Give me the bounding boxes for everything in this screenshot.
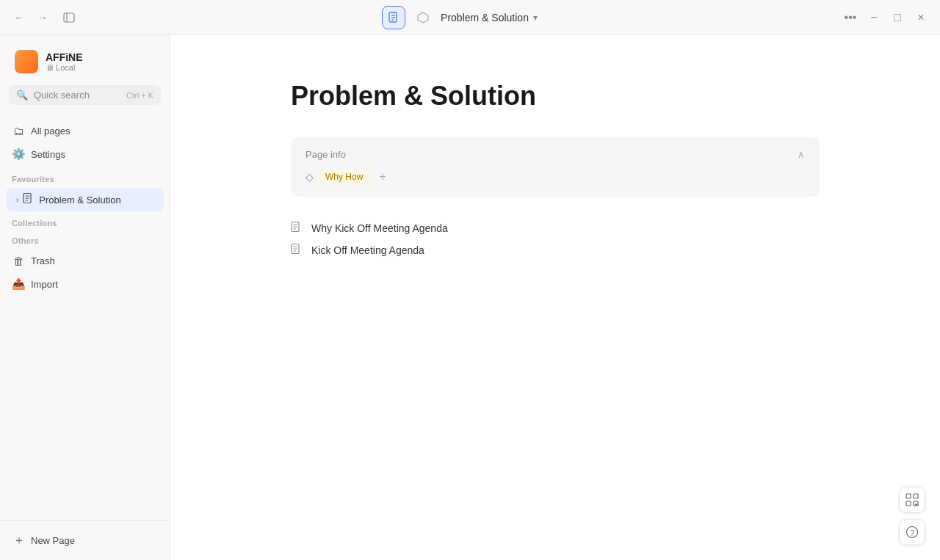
main-layout: AFFiNE 🖥 Local 🔍 Quick search Ctrl + K 🗂… [0,35,940,560]
doc-tab[interactable] [382,6,405,29]
others-section: 🗑 Trash 📤 Import [0,248,170,297]
titlebar-center: Problem & Solution ▾ [85,6,834,29]
settings-label: Settings [31,149,65,160]
svg-rect-20 [914,494,918,498]
tags-icon: ◇ [306,171,314,183]
workspace-details: AFFiNE 🖥 Local [46,51,83,72]
favourites-label: Favourites [0,169,170,186]
new-page-label: New Page [31,535,75,546]
chevron-down-icon: ▾ [533,12,538,23]
sidebar-top: AFFiNE 🖥 Local 🔍 Quick search Ctrl + K [0,35,170,117]
page-title: Problem & Solution [441,12,529,23]
search-placeholder: Quick search [34,90,120,101]
page-title-area[interactable]: Problem & Solution ▾ [441,12,538,23]
new-page-button[interactable]: ＋ New Page [6,527,164,554]
allpages-icon: 🗂 [12,125,25,137]
collections-label: Collections [0,213,170,230]
document-links: Why Kick Off Meeting Agenda Kick Off Mee… [291,220,820,258]
svg-marker-6 [418,12,428,23]
document-container: Problem & Solution Page info ∧ ◇ Why How… [291,79,820,258]
workspace-sub: 🖥 Local [46,63,83,72]
link-label-1: Kick Off Meeting Agenda [311,244,424,256]
search-shortcut: Ctrl + K [126,91,153,100]
import-icon: 📤 [12,277,25,291]
search-icon: 🔍 [16,90,28,101]
sidebar-bottom: ＋ New Page [0,520,170,560]
link-item-0[interactable]: Why Kick Off Meeting Agenda [291,220,820,236]
settings-icon: ⚙️ [12,148,25,161]
chevron-up-icon[interactable]: ∧ [798,149,805,160]
sidebar-nav: 🗂 All pages ⚙️ Settings [0,117,170,169]
close-button[interactable]: × [911,7,931,28]
bottom-right-buttons: ? [899,487,925,545]
grid-button[interactable] [899,487,925,513]
avatar [15,50,38,73]
svg-rect-0 [64,13,74,22]
page-info-card: Page info ∧ ◇ Why How + [291,137,820,197]
workspace-info[interactable]: AFFiNE 🖥 Local [9,44,161,79]
tag-row: ◇ Why How + [306,169,805,185]
others-label: Others [0,230,170,248]
titlebar: ← → Problem & Solution ▾ [0,0,940,35]
search-bar[interactable]: 🔍 Quick search Ctrl + K [9,85,161,105]
edge-tab[interactable] [411,6,435,29]
allpages-label: All pages [31,126,70,137]
sidebar-item-allpages[interactable]: 🗂 All pages [6,120,164,142]
more-button[interactable]: ••• [840,7,861,28]
fav-chevron-icon: › [16,196,18,204]
workspace-name: AFFiNE [46,51,83,63]
nav-buttons: ← → [9,7,79,28]
fav-doc-icon [23,193,35,206]
titlebar-actions: ••• − □ × [840,7,931,28]
trash-label: Trash [31,255,55,266]
link-item-1[interactable]: Kick Off Meeting Agenda [291,242,820,258]
back-button[interactable]: ← [9,7,29,28]
local-icon: 🖥 [46,63,54,72]
sidebar-item-trash[interactable]: 🗑 Trash [6,250,164,272]
link-label-0: Why Kick Off Meeting Agenda [311,222,448,234]
page-info-header: Page info ∧ [306,149,805,160]
forward-button[interactable]: → [32,7,53,28]
sidebar-item-problem-solution[interactable]: › Problem & Solution [6,188,164,211]
page-info-label: Page info [306,149,346,160]
link-icon-1 [291,244,306,257]
tag-add-button[interactable]: + [375,169,390,185]
trash-icon: 🗑 [12,255,25,267]
link-icon-0 [291,222,306,235]
svg-rect-19 [906,494,911,498]
svg-text:?: ? [910,529,914,537]
content-area: Problem & Solution Page info ∧ ◇ Why How… [170,35,940,560]
sidebar: AFFiNE 🖥 Local 🔍 Quick search Ctrl + K 🗂… [0,35,170,560]
fav-item-label: Problem & Solution [39,194,120,206]
minimize-button[interactable]: − [864,7,884,28]
sidebar-toggle-button[interactable] [59,7,79,28]
document-title: Problem & Solution [291,79,820,114]
favourites-section: › Problem & Solution [0,186,170,213]
sidebar-item-import[interactable]: 📤 Import [6,272,164,296]
import-label: Import [31,279,58,290]
sidebar-item-settings[interactable]: ⚙️ Settings [6,142,164,166]
svg-rect-21 [906,501,911,506]
maximize-button[interactable]: □ [887,7,908,28]
tag-why-how[interactable]: Why How [318,170,370,183]
new-page-icon: ＋ [13,533,25,548]
help-button[interactable]: ? [899,519,925,545]
